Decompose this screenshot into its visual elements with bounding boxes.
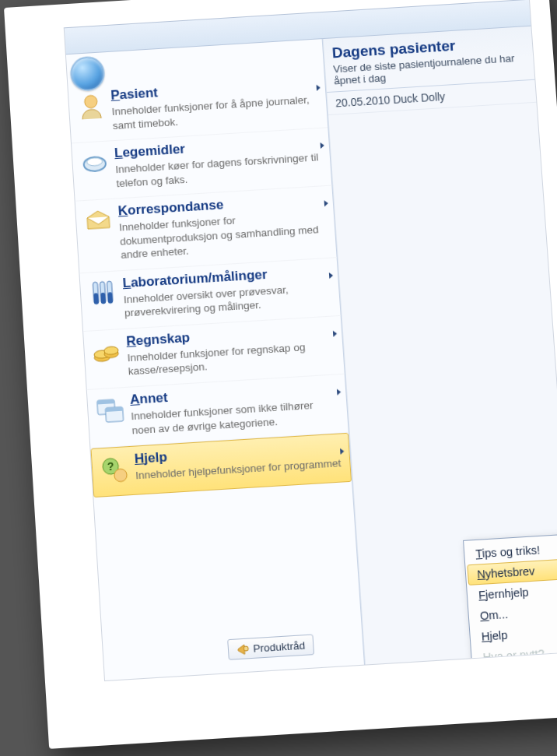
chevron-right-icon: [324, 200, 329, 206]
svg-point-19: [114, 469, 127, 482]
svg-rect-8: [107, 292, 113, 304]
chevron-right-icon: [321, 142, 325, 149]
windows-icon: [92, 392, 128, 429]
patient-icon: [73, 88, 110, 125]
svg-rect-4: [93, 293, 99, 304]
chevron-right-icon: [340, 448, 345, 455]
mail-icon: [80, 204, 117, 241]
hjelp-submenu: Tips og triks! Nyhetsbrev Fjernhjelp Om.…: [463, 533, 557, 673]
chevron-right-icon: [333, 330, 338, 336]
help-icon: ?: [96, 452, 133, 488]
svg-text:?: ?: [107, 460, 114, 473]
svg-point-0: [84, 95, 97, 108]
svg-point-20: [243, 646, 248, 652]
product-tips-button[interactable]: Produktråd: [227, 634, 314, 659]
chevron-right-icon: [317, 85, 321, 91]
app-window: Pasient Inneholder funksjoner for å åpne…: [64, 0, 557, 681]
chevron-right-icon: [329, 273, 334, 279]
pill-icon: [76, 146, 113, 182]
tilted-page: Pasient Inneholder funksjoner for å åpne…: [4, 0, 557, 749]
lab-icon: [85, 276, 121, 312]
coins-icon: [89, 334, 125, 371]
main-menu: Pasient Inneholder funksjoner for å åpne…: [66, 39, 365, 680]
svg-rect-6: [100, 293, 106, 304]
megaphone-icon: [236, 642, 250, 656]
chevron-right-icon: [337, 389, 342, 395]
